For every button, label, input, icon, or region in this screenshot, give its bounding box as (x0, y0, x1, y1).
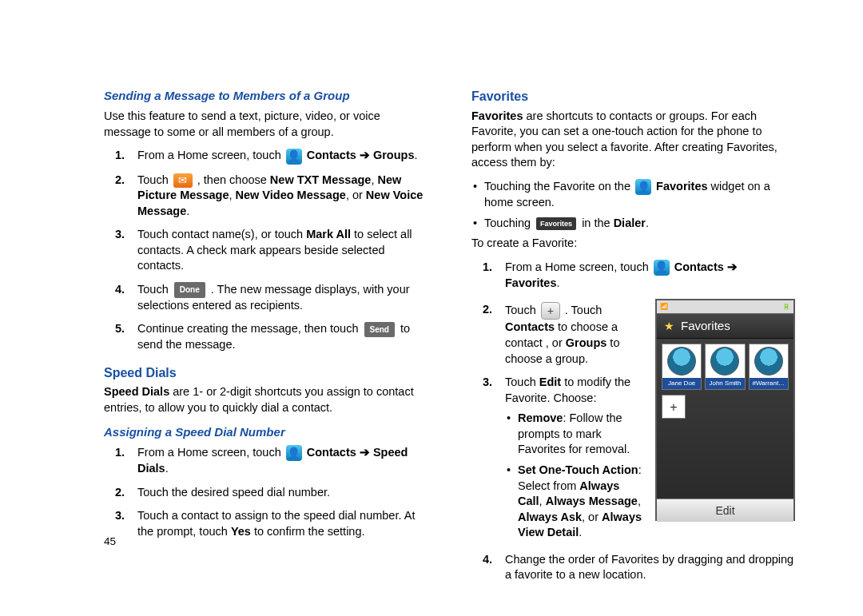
right-column: Favorites Favorites are shortcuts to con… (471, 88, 795, 591)
section-favorites: Favorites (471, 88, 795, 105)
phone-status-bar: 📶🔋 (657, 300, 793, 313)
sending-step-5: Continue creating the message, then touc… (104, 321, 428, 352)
add-favorite-tile: + (662, 395, 686, 419)
favorite-tile: #Warrant… (749, 344, 789, 390)
fav-step-4: Change the order of Favorites by draggin… (471, 552, 795, 583)
page-number: 45 (104, 535, 116, 547)
fav-step-2: Touch + . Touch Contacts to choose a con… (471, 302, 646, 367)
favorites-widget-icon: 👤 (635, 179, 651, 195)
left-column: Sending a Message to Members of a Group … (104, 88, 428, 591)
phone-body: Jane Doe John Smith #Warrant… + (657, 339, 793, 499)
fav-bullet-2: Touching Favorites in the Dialer. (471, 216, 795, 232)
favorite-tile: Jane Doe (662, 344, 702, 390)
sending-steps: From a Home screen, touch 👤 Contacts Gro… (104, 148, 428, 353)
favorites-para: Favorites are shortcuts to contacts or g… (471, 109, 795, 171)
sending-step-1: From a Home screen, touch 👤 Contacts Gro… (104, 148, 428, 164)
section-speed-dials: Speed Dials (104, 364, 428, 382)
arrow-icon (360, 149, 370, 161)
arrow-icon (727, 260, 738, 273)
phone-edit-button: Edit (657, 499, 793, 522)
speed-dial-steps: From a Home screen, touch 👤 Contacts Spe… (104, 445, 428, 539)
sending-intro: Use this feature to send a text, picture… (104, 109, 428, 140)
star-icon: ★ (662, 319, 676, 333)
speed-dials-para: Speed Dials are 1- or 2-digit shortcuts … (104, 384, 428, 415)
phone-title-bar: ★ Favorites (657, 313, 793, 339)
fav-step-3: Touch Edit to modify the Favorite. Choos… (471, 375, 646, 541)
contacts-icon: 👤 (654, 260, 670, 276)
sending-step-3: Touch contact name(s), or touch Mark All… (104, 227, 428, 274)
arrow-icon (360, 446, 370, 459)
contacts-icon: 👤 (286, 149, 302, 165)
favorites-access-bullets: Touching the Favorite on the 👤 Favorites… (471, 179, 795, 231)
subhead-sending: Sending a Message to Members of a Group (104, 88, 428, 104)
remove-bullet: Remove: Follow the prompts to mark Favor… (505, 411, 646, 458)
new-message-icon (173, 173, 193, 188)
favorites-chip: Favorites (536, 217, 576, 230)
sending-step-4: Touch Done . The new message displays, w… (104, 282, 428, 313)
favorite-tile: John Smith (705, 344, 745, 390)
phone-favorites-screenshot: 📶🔋 ★ Favorites Jane Doe John Smith #Warr… (655, 299, 795, 521)
done-chip: Done (174, 282, 205, 298)
sd-step-1: From a Home screen, touch 👤 Contacts Spe… (104, 445, 428, 477)
set-action-bullet: Set One-Touch Action: Select from Always… (505, 463, 646, 541)
contacts-icon: 👤 (286, 445, 302, 461)
fav-step-1: From a Home screen, touch 👤 Contacts Fav… (471, 260, 795, 292)
sd-step-3: Touch a contact to assign to the speed d… (104, 508, 428, 539)
create-favorite-steps: From a Home screen, touch 👤 Contacts Fav… (471, 260, 795, 292)
send-chip: Send (364, 322, 395, 338)
fav-bullet-1: Touching the Favorite on the 👤 Favorites… (471, 179, 795, 211)
create-favorite-label: To create a Favorite: (471, 236, 795, 252)
plus-icon: + (541, 302, 560, 320)
subhead-assigning: Assigning a Speed Dial Number (104, 424, 428, 440)
sd-step-2: Touch the desired speed dial number. (104, 485, 428, 501)
sending-step-2: Touch , then choose New TXT Message, New… (104, 173, 428, 220)
